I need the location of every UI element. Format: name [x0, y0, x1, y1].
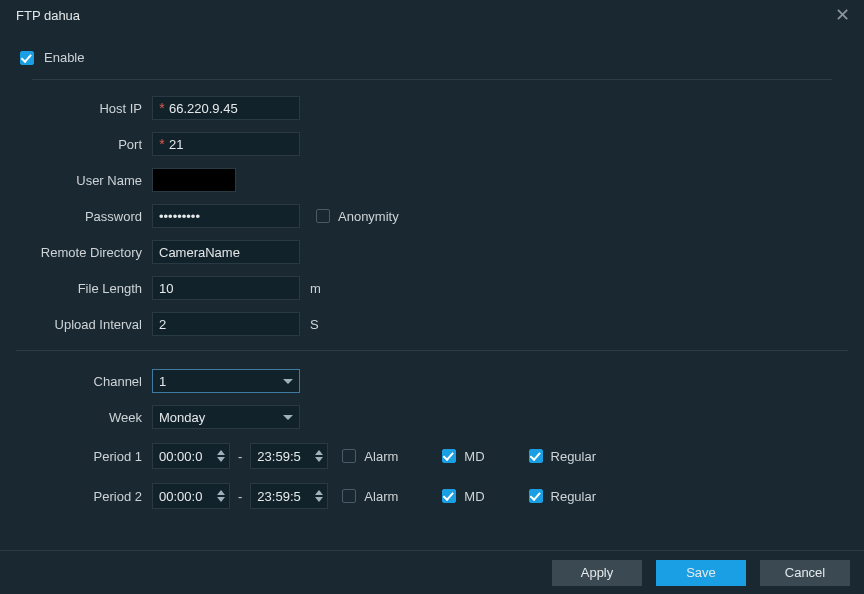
file-length-unit: m [310, 281, 321, 296]
password-label: Password [16, 209, 152, 224]
cancel-button[interactable]: Cancel [760, 560, 850, 586]
period1-regular-label: Regular [551, 449, 597, 464]
stepper-icon[interactable] [315, 450, 323, 462]
channel-select[interactable]: 1 [152, 369, 300, 393]
period2-alarm-checkbox[interactable] [342, 489, 356, 503]
period1-alarm-label: Alarm [364, 449, 398, 464]
dialog-title: FTP dahua [16, 8, 80, 23]
range-separator: - [238, 449, 242, 464]
remote-directory-label: Remote Directory [16, 245, 152, 260]
period1-end-input[interactable]: 23:59:5 [250, 443, 328, 469]
week-label: Week [16, 410, 152, 425]
period2-label: Period 2 [16, 489, 152, 504]
chevron-down-icon [283, 379, 293, 384]
dialog-footer: Apply Save Cancel [0, 550, 864, 594]
upload-interval-unit: S [310, 317, 319, 332]
stepper-icon[interactable] [217, 490, 225, 502]
period1-md-checkbox[interactable] [442, 449, 456, 463]
period-row: Period 1 00:00:0 - 23:59:5 Alarm [16, 443, 848, 469]
period2-alarm-label: Alarm [364, 489, 398, 504]
password-input[interactable]: ••••••••• [152, 204, 300, 228]
period1-regular-checkbox[interactable] [529, 449, 543, 463]
title-bar: FTP dahua ✕ [0, 0, 864, 30]
range-separator: - [238, 489, 242, 504]
port-label: Port [16, 137, 152, 152]
host-ip-label: Host IP [16, 101, 152, 116]
file-length-input[interactable]: 10 [152, 276, 300, 300]
dialog-body: Enable Host IP * 66.220.9.45 Port * 21 U… [0, 30, 864, 517]
period2-md-label: MD [464, 489, 484, 504]
required-marker: * [155, 97, 169, 119]
anonymity-label: Anonymity [338, 209, 399, 224]
period1-md-label: MD [464, 449, 484, 464]
period2-end-input[interactable]: 23:59:5 [250, 483, 328, 509]
upload-interval-label: Upload Interval [16, 317, 152, 332]
period2-regular-label: Regular [551, 489, 597, 504]
save-button[interactable]: Save [656, 560, 746, 586]
remote-directory-input[interactable]: CameraName [152, 240, 300, 264]
apply-button[interactable]: Apply [552, 560, 642, 586]
enable-label: Enable [44, 50, 84, 65]
enable-checkbox[interactable] [20, 51, 34, 65]
period2-md-checkbox[interactable] [442, 489, 456, 503]
close-icon[interactable]: ✕ [831, 2, 854, 28]
file-length-label: File Length [16, 281, 152, 296]
period-row: Period 2 00:00:0 - 23:59:5 Alarm [16, 483, 848, 509]
required-marker: * [155, 133, 169, 155]
upload-interval-input[interactable]: 2 [152, 312, 300, 336]
channel-label: Channel [16, 374, 152, 389]
username-label: User Name [16, 173, 152, 188]
period1-start-input[interactable]: 00:00:0 [152, 443, 230, 469]
period2-regular-checkbox[interactable] [529, 489, 543, 503]
port-input[interactable]: * 21 [152, 132, 300, 156]
host-ip-input[interactable]: * 66.220.9.45 [152, 96, 300, 120]
period1-label: Period 1 [16, 449, 152, 464]
period2-start-input[interactable]: 00:00:0 [152, 483, 230, 509]
divider [16, 350, 848, 351]
stepper-icon[interactable] [315, 490, 323, 502]
username-input[interactable] [152, 168, 236, 192]
anonymity-checkbox[interactable] [316, 209, 330, 223]
chevron-down-icon [283, 415, 293, 420]
stepper-icon[interactable] [217, 450, 225, 462]
period1-alarm-checkbox[interactable] [342, 449, 356, 463]
week-select[interactable]: Monday [152, 405, 300, 429]
